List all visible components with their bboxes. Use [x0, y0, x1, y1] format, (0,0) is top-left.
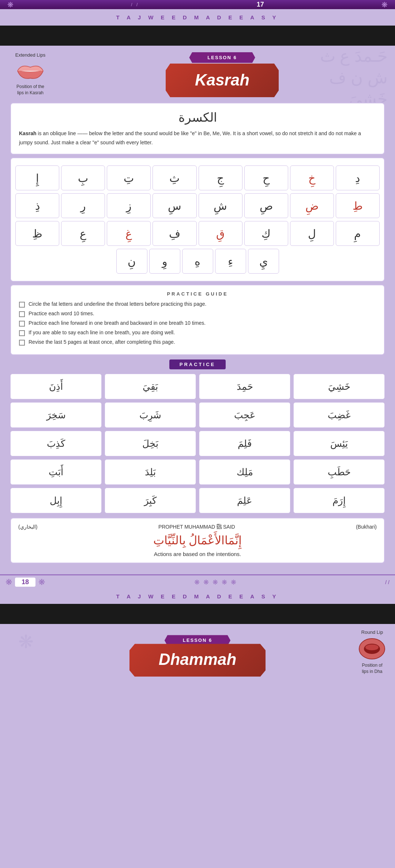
- letter-cell: مِ: [336, 221, 380, 246]
- letters-row-2: ذِ رِ زِ سِ شِ صِ ضِ طِ: [15, 193, 380, 218]
- practice-word: فَلِمَ: [199, 431, 290, 456]
- bottom-bar: ❋ 18 ❋ ❋ ❋ ❋ ❋ ❋ / /: [0, 574, 395, 589]
- guide-item-5: Revise the last 5 pages at least once, a…: [19, 339, 376, 346]
- practice-word: غَضِبَ: [293, 402, 385, 428]
- page2-ribbon-container: LESSON 6 Dhammah: [10, 635, 385, 677]
- top-decoration: ❋ / / 17 ❋: [0, 0, 395, 9]
- hadith-arabic: إِنَّمَاالأَعْمَالُ بِالنِّيَّاتِ: [18, 533, 377, 547]
- practice-row-4: أَبَتِ بَلِدَ مَلِك حَطَبِ: [10, 459, 385, 485]
- lesson-title-text: Kasrah: [195, 71, 249, 89]
- practice-word: إِبِل: [10, 488, 102, 513]
- description: Kasrah is an oblique line —— below the l…: [19, 129, 376, 147]
- guide-item-1: Circle the fat letters and underline the…: [19, 301, 376, 308]
- letter-cell: تِ: [107, 165, 151, 190]
- bottom-title-bar: T A J W E E D M A D E E A S Y: [0, 589, 395, 604]
- practice-row-1: أَذِنَ بَقِيَ حَمِدَ خَشِيَ: [10, 374, 385, 399]
- letter-cell: دِ: [336, 165, 380, 190]
- practice-word: حَمِدَ: [199, 374, 290, 399]
- top-slashes: / /: [131, 2, 139, 7]
- guide-item-4: If you are able to say each line in one …: [19, 330, 376, 336]
- practice-word: عَجِبَ: [199, 402, 290, 428]
- lesson-header-area: Extended Lips Position of the lips in Ka…: [10, 52, 385, 97]
- letter-cell: فِ: [153, 221, 196, 246]
- practice-word: بَخِلَ: [105, 431, 196, 456]
- letter-cell: بِ: [61, 165, 105, 190]
- letter-cell: ذِ: [15, 193, 59, 218]
- practice-word: سَخِرَ: [10, 402, 102, 428]
- practice-word: يَئِسَ: [293, 431, 385, 456]
- title-bar: T A J W E E D M A D E E A S Y: [0, 9, 395, 26]
- letter-cell: نِ: [116, 249, 147, 274]
- letter-cell: ءِ: [215, 249, 246, 274]
- black-bar: [0, 26, 395, 46]
- page2-content: ❋ Round Lip Position of lips in Dha LESS…: [0, 624, 395, 752]
- guide-text-1: Circle the fat letters and underline the…: [29, 301, 206, 307]
- round-lips-label: Round Lip: [361, 629, 383, 635]
- hadith-middle: PROPHET MUHAMMAD ﷺ SAID: [158, 524, 235, 530]
- lips-illustration: [14, 60, 47, 82]
- checkbox-3[interactable]: [19, 321, 25, 327]
- letter-cell: رِ: [61, 193, 105, 218]
- hadith-header: (البخاري) PROPHET MUHAMMAD ﷺ SAID (Bukha…: [18, 524, 377, 530]
- practice-word: إِرَمَ: [293, 488, 385, 513]
- page2-lesson-title: Dhammah: [129, 644, 266, 677]
- bottom-ornaments-center: ❋ ❋ ❋ ❋ ❋: [194, 578, 236, 586]
- letter-cell: كِ: [244, 221, 288, 246]
- round-lips-section: Round Lip Position of lips in Dha: [357, 629, 388, 675]
- definition-box: الكسرة Kasrah is an oblique line —— belo…: [10, 103, 385, 155]
- page2-lesson-title-text: Dhammah: [159, 650, 237, 668]
- letters-row-1: إِ بِ تِ ثِ جِ حِ خِ دِ: [15, 165, 380, 190]
- round-lips-caption: Position of lips in Dha: [362, 662, 382, 675]
- practice-row-3: كَذِبَ بَخِلَ فَلِمَ يَئِسَ: [10, 431, 385, 456]
- bottom-slashes: / /: [385, 579, 390, 585]
- practice-word: كَذِبَ: [10, 431, 102, 456]
- checkbox-4[interactable]: [19, 330, 25, 336]
- top-ornament-right: ❋: [381, 0, 388, 9]
- page-1: ❋ / / 17 ❋ T A J W E E D M A D E E A S Y…: [0, 0, 395, 604]
- practice-word: بَلِدَ: [105, 459, 196, 485]
- bottom-title-text: T A J W E E D M A D E E A S Y: [116, 593, 279, 599]
- main-content: حَـمدَ ع ث ش ن ف خَشِيَ Extended Lips: [0, 46, 395, 574]
- letter-cell: سِ: [153, 193, 196, 218]
- lesson-banner: LESSON 6: [189, 52, 255, 63]
- lips-caption: Position of the lips in Kasrah: [16, 84, 44, 96]
- title-text: T A J W E E D M A D E E A S Y: [116, 14, 279, 20]
- bottom-right: / /: [385, 579, 390, 585]
- practice-guide-title: PRACTICE GUIDE: [19, 291, 376, 297]
- guide-text-3: Practice each line forward in one breath…: [29, 320, 206, 326]
- letter-cell: جِ: [199, 165, 242, 190]
- letter-cell: ظِ: [15, 221, 59, 246]
- practice-word: كَبِرَ: [105, 488, 196, 513]
- practice-row-5: إِبِل كَبِرَ عَلِمَ إِرَمَ: [10, 488, 385, 513]
- guide-item-2: Practice each word 10 times.: [19, 311, 376, 317]
- lips-svg: [14, 60, 47, 82]
- hadith-source: (البخاري): [18, 524, 37, 530]
- lips-label: Extended Lips: [15, 52, 45, 58]
- hadith-translation: Actions are based on the intentions.: [18, 551, 377, 557]
- letter-cell: وِ: [149, 249, 180, 274]
- letter-cell-red: غِ: [107, 221, 151, 246]
- letter-cell: زِ: [107, 193, 151, 218]
- letter-cell: صِ: [244, 193, 288, 218]
- guide-text-2: Practice each word 10 times.: [29, 311, 94, 316]
- practice-words-container: أَذِنَ بَقِيَ حَمِدَ خَشِيَ سَخِرَ شَرِب…: [10, 374, 385, 513]
- practice-word: مَلِك: [199, 459, 290, 485]
- checkbox-5[interactable]: [19, 340, 25, 346]
- lips-section: Extended Lips Position of the lips in Ka…: [10, 52, 50, 96]
- letter-cell: لِ: [290, 221, 334, 246]
- page-number-17: 17: [257, 1, 264, 8]
- lesson-title: Kasrah: [166, 64, 279, 97]
- letter-cell: عِ: [61, 221, 105, 246]
- letter-cell: إِ: [15, 165, 59, 190]
- checkbox-2[interactable]: [19, 311, 25, 317]
- letter-cell: ثِ: [153, 165, 196, 190]
- kasrah-bold: Kasrah: [19, 130, 36, 136]
- guide-text-5: Revise the last 5 pages at least once, a…: [29, 339, 175, 345]
- guide-item-3: Practice each line forward in one breath…: [19, 320, 376, 327]
- checkbox-1[interactable]: [19, 302, 25, 308]
- practice-guide: PRACTICE GUIDE Circle the fat letters an…: [10, 285, 385, 355]
- bottom-ornament-right: ❋: [38, 578, 45, 587]
- bottom-ornament-left: ❋: [5, 578, 12, 587]
- round-lips-svg: [357, 637, 388, 661]
- page2-watermark: ❋: [18, 631, 34, 652]
